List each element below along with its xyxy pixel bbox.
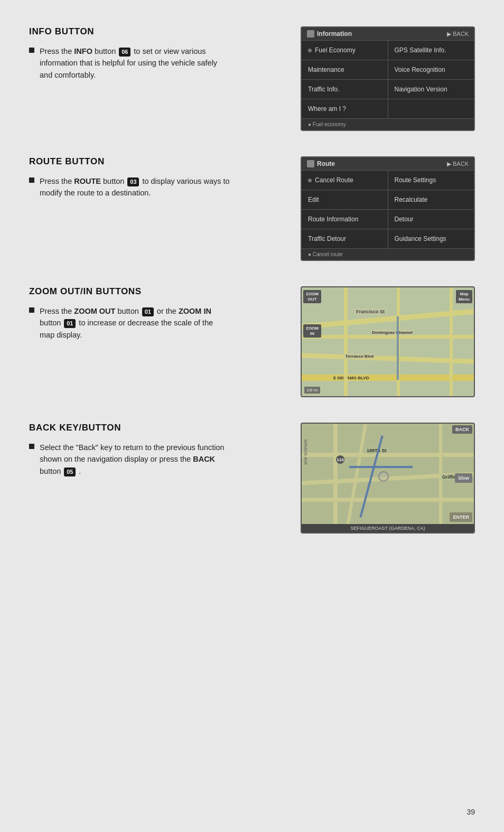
route-cell-detour: Detour	[388, 210, 474, 229]
back-key-title: BACK KEY/BUTTON	[29, 423, 230, 433]
route-header-back: ▶BACK	[447, 161, 469, 167]
zoom-button-section: ZOOM OUT/IN BUTTONS Press the ZOOM OUT b…	[29, 286, 475, 397]
bullet-icon	[29, 307, 34, 313]
route-screen-mock: Route ▶BACK Cancel Route Route Settings	[301, 156, 475, 261]
zoom-button-title: ZOOM OUT/IN BUTTONS	[29, 286, 230, 297]
route-cell-info: Route Information	[302, 210, 388, 229]
info-cell-voice: Voice Recognition	[388, 60, 474, 79]
page-number: 39	[466, 808, 475, 816]
info-button-text: INFO BUTTON Press the INFO button 06 to …	[29, 26, 230, 81]
info-bold-label: INFO	[74, 47, 92, 55]
route-cell-guidance: Guidance Settings	[388, 229, 474, 248]
route-bold-label: ROUTE	[74, 177, 101, 185]
map-menu-btn[interactable]: MapMenu	[456, 290, 472, 303]
info-header-back: ▶BACK	[447, 31, 469, 38]
route-cell-edit: Edit	[302, 190, 388, 209]
info-header-icon	[307, 30, 314, 38]
dot	[308, 49, 312, 52]
zoom-screen-image: E DEL AMO BLVD Francisco St Dominguez Ch…	[301, 286, 475, 397]
zoom-bullet-text: Press the ZOOM OUT button 01 or the ZOOM…	[40, 305, 230, 341]
info-cell-fuel: Fuel Economy	[302, 41, 388, 60]
highway-badge: 110	[336, 455, 344, 464]
info-screen-image: Information ▶BACK Fuel Economy GPS Satel…	[301, 26, 475, 131]
route-screen-footer: ● Cancel route	[302, 248, 474, 260]
zoom-out-badge: 01	[142, 307, 154, 316]
info-bullet-item: Press the INFO button 06 to set or view …	[29, 45, 230, 81]
zoom-button-text: ZOOM OUT/IN BUTTONS Press the ZOOM OUT b…	[29, 286, 230, 341]
bullet-icon	[29, 177, 34, 183]
bullet-icon	[29, 444, 34, 449]
info-cell-empty	[388, 99, 474, 118]
info-cell-navver: Navigation Version	[388, 80, 474, 99]
scale-label: 1/8 mi	[304, 387, 320, 394]
info-screen-header: Information ▶BACK	[302, 27, 474, 41]
back-badge: 05	[64, 468, 76, 476]
zoom-in-badge: 01	[64, 319, 76, 328]
back-key-section: BACK KEY/BUTTON Select the "Back" key to…	[29, 423, 475, 534]
route-bullet-item: Press the ROUTE button 03 to display var…	[29, 175, 230, 199]
info-button-title: INFO BUTTON	[29, 26, 230, 37]
info-bullet-text: Press the INFO button 06 to set or view …	[40, 45, 230, 81]
info-cell-gps: GPS Satellite Info.	[388, 41, 474, 60]
route-header-title: Route	[307, 160, 335, 167]
back-map-footer: SEFIGUEROAST (GARDENA, CA)	[302, 524, 474, 532]
route-screen-body: Cancel Route Route Settings Edit Recalcu…	[302, 171, 474, 248]
enter-btn[interactable]: ENTER	[450, 512, 472, 522]
info-cell-whereami: Where am I ?	[302, 99, 388, 118]
back-screen-image: 189Th St Griffin BACK Slow ENTER MIRACE …	[301, 423, 475, 534]
slow-btn[interactable]: Slow	[455, 473, 472, 483]
info-header-title: Information	[307, 30, 352, 38]
left-street-label: MIRACE AVE	[303, 440, 308, 517]
back-bullet-item: Select the "Back" key to return to the p…	[29, 442, 230, 477]
route-cell-settings: Route Settings	[388, 171, 474, 190]
info-badge: 06	[119, 48, 130, 57]
route-button-text: ROUTE BUTTON Press the ROUTE button 03 t…	[29, 156, 230, 199]
back-key-text: BACK KEY/BUTTON Select the "Back" key to…	[29, 423, 230, 477]
zoom-bullet-item: Press the ZOOM OUT button 01 or the ZOOM…	[29, 305, 230, 341]
zoom-out-label: ZOOM OUT	[74, 307, 115, 315]
dot	[308, 179, 312, 182]
route-badge: 03	[127, 177, 139, 186]
info-cell-maint: Maintenance	[302, 60, 388, 79]
route-cell-recalc: Recalculate	[388, 190, 474, 209]
zoom-in-btn[interactable]: ZOOMIN	[303, 324, 321, 338]
info-screen-mock: Information ▶BACK Fuel Economy GPS Satel…	[301, 26, 475, 131]
target-circle	[378, 471, 389, 482]
back-bold-label: BACK	[193, 455, 215, 463]
back-bullet-text: Select the "Back" key to return to the p…	[40, 442, 230, 477]
zoom-out-btn[interactable]: ZOOMOUT	[303, 290, 321, 303]
info-screen-footer: ● Fuel economy	[302, 118, 474, 130]
route-button-title: ROUTE BUTTON	[29, 156, 230, 167]
back-btn-overlay[interactable]: BACK	[452, 425, 472, 434]
back-map-screen: 189Th St Griffin BACK Slow ENTER MIRACE …	[301, 423, 475, 534]
route-header-icon	[307, 160, 314, 167]
route-cell-traffic: Traffic Detour	[302, 229, 388, 248]
route-button-section: ROUTE BUTTON Press the ROUTE button 03 t…	[29, 156, 475, 261]
info-cell-traffic: Traffic Info.	[302, 80, 388, 99]
zoom-in-label: ZOOM IN	[179, 307, 211, 315]
info-button-section: INFO BUTTON Press the INFO button 06 to …	[29, 26, 475, 131]
route-bullet-text: Press the ROUTE button 03 to display var…	[40, 175, 230, 199]
route-screen-image: Route ▶BACK Cancel Route Route Settings	[301, 156, 475, 261]
route-cell-cancel: Cancel Route	[302, 171, 388, 190]
bullet-icon	[29, 48, 34, 53]
zoom-map-screen: E DEL AMO BLVD Francisco St Dominguez Ch…	[301, 286, 475, 397]
route-screen-header: Route ▶BACK	[302, 157, 474, 171]
page: INFO BUTTON Press the INFO button 06 to …	[0, 0, 504, 832]
info-screen-body: Fuel Economy GPS Satellite Info. Mainten…	[302, 41, 474, 118]
